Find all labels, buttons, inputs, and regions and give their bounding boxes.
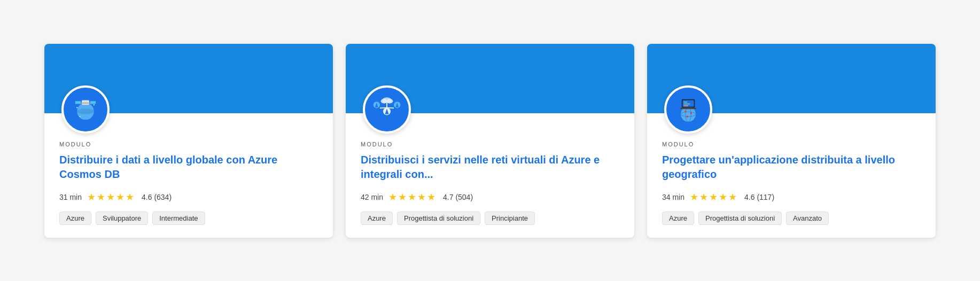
svg-rect-6 [81,102,90,103]
svg-line-21 [387,107,394,108]
network-icon [368,91,406,128]
svg-point-7 [76,107,77,108]
card-rating-3: 4.6 (117) [744,193,774,201]
svg-rect-5 [90,101,96,104]
card-icon-3 [664,85,712,134]
card-type-1: MODULO [59,141,318,147]
star-2-1: ★ [388,191,397,203]
svg-rect-34 [683,105,688,106]
svg-rect-35 [680,107,696,109]
card-icon-2 [363,85,411,134]
card-meta-1: 31 min ★ ★ ★ ★ ★ 4.6 (634) [59,191,318,203]
star-2-2: ★ [398,191,407,203]
svg-point-19 [386,98,393,103]
card-meta-2: 42 min ★ ★ ★ ★ ★ 4.7 (504) [361,191,619,203]
card-stars-3: ★ ★ ★ ★ ★ [690,191,737,203]
star-1-3: ★ [106,191,115,203]
card-title-1[interactable]: Distribuire i dati a livello globale con… [59,153,318,182]
globe-laptop-icon [670,91,707,128]
card-2: MODULO Distribuisci i servizi nelle reti… [346,44,634,238]
tag-sviluppatore[interactable]: Sviluppatore [96,212,148,225]
tag-intermediate[interactable]: Intermediate [152,212,205,225]
card-meta-3: 34 min ★ ★ ★ ★ ★ 4.6 (117) [662,191,921,203]
star-1-2: ★ [97,191,105,203]
tag-progettista-soluzioni-3[interactable]: Progettista di soluzioni [698,212,782,225]
star-1-1: ★ [87,191,96,203]
star-1-5: ★ [126,191,134,203]
star-3-4: ★ [719,191,727,203]
card-icon-1 [61,85,110,134]
card-header-3 [647,44,936,113]
svg-rect-32 [683,102,687,103]
svg-point-29 [687,115,689,118]
tag-azure-3[interactable]: Azure [662,212,694,225]
card-duration-3: 34 min [662,193,685,201]
card-rating-1: 4.6 (634) [142,193,172,201]
svg-point-18 [381,98,387,103]
star-3-1: ★ [690,191,698,203]
tag-principiante[interactable]: Principiante [485,212,535,225]
card-1: MODULO Distribuire i dati a livello glob… [44,44,333,238]
tag-avanzato[interactable]: Avanzato [786,212,829,225]
tag-azure-1[interactable]: Azure [59,212,91,225]
card-stars-1: ★ ★ ★ ★ ★ [87,191,134,203]
tag-azure-2[interactable]: Azure [361,212,393,225]
satellite-icon [67,91,104,128]
card-title-2[interactable]: Distribuisci i servizi nelle reti virtua… [361,153,619,182]
svg-point-8 [94,104,95,105]
svg-line-20 [380,107,387,108]
card-duration-1: 31 min [59,193,82,201]
card-header-2 [346,44,634,113]
star-2-3: ★ [408,191,416,203]
svg-point-27 [685,110,687,112]
svg-point-28 [690,112,693,114]
svg-rect-4 [75,101,81,104]
star-2-5: ★ [427,191,435,203]
star-3-5: ★ [728,191,737,203]
card-stars-2: ★ ★ ★ ★ ★ [388,191,435,203]
tag-progettista-soluzioni-2[interactable]: Progettista di soluzioni [397,212,480,225]
card-tags-2: Azure Progettista di soluzioni Principia… [361,212,619,225]
card-header-1 [44,44,333,113]
card-3: MODULO Progettare un'applicazione distri… [647,44,936,238]
cards-container: MODULO Distribuire i dati a livello glob… [21,44,959,238]
card-tags-1: Azure Sviluppatore Intermediate [59,212,318,225]
card-type-2: MODULO [361,141,619,147]
card-duration-2: 42 min [361,193,383,201]
card-type-3: MODULO [662,141,921,147]
svg-point-9 [80,116,81,117]
svg-rect-33 [683,103,690,104]
star-3-3: ★ [709,191,718,203]
card-rating-2: 4.7 (504) [443,193,473,201]
card-tags-3: Azure Progettista di soluzioni Avanzato [662,212,921,225]
card-title-3[interactable]: Progettare un'applicazione distribuita a… [662,153,921,182]
star-2-4: ★ [417,191,426,203]
svg-point-2 [77,108,94,114]
star-1-4: ★ [116,191,125,203]
star-3-2: ★ [699,191,708,203]
